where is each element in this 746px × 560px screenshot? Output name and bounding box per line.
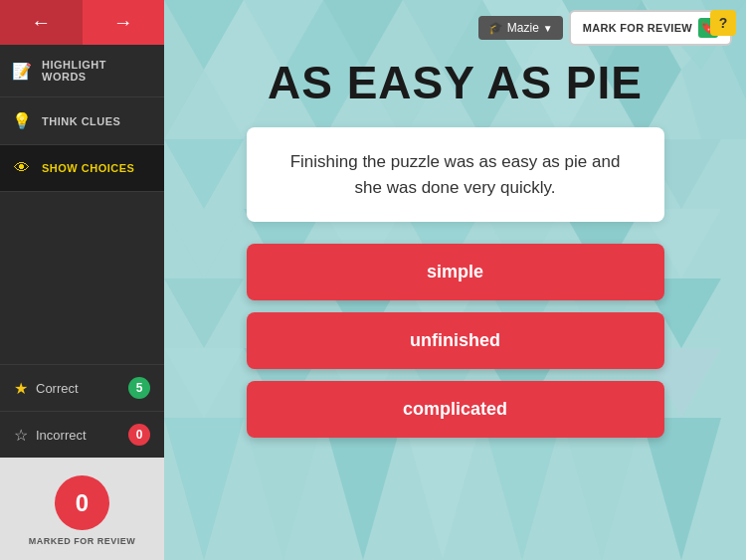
correct-stat: ★ Correct 5: [0, 364, 164, 411]
show-choices-label: SHOW CHOICES: [42, 162, 134, 174]
help-label: ?: [719, 15, 728, 31]
user-name: Mazie: [507, 21, 539, 35]
help-button[interactable]: ?: [710, 10, 736, 36]
mark-review-label: MARK FOR REVIEW: [583, 22, 692, 34]
sidebar-nav: ← →: [0, 0, 164, 45]
main-content: 🎓 Mazie ▼ MARK FOR REVIEW 🔖 ? AS EASY AS…: [164, 0, 746, 560]
question-box: Finishing the puzzle was as easy as pie …: [247, 127, 664, 222]
lightbulb-icon: 💡: [12, 111, 32, 130]
incorrect-count: 0: [128, 424, 150, 446]
sidebar: ← → 📝 HIGHLIGHT WORDS 💡 THINK CLUES 👁 SH…: [0, 0, 164, 560]
review-label: MARKED FOR REVIEW: [29, 536, 136, 546]
think-clues-label: THINK CLUES: [42, 115, 120, 127]
user-icon: 🎓: [488, 21, 503, 35]
content-area: AS EASY AS PIE Finishing the puzzle was …: [164, 46, 746, 560]
choice-complicated[interactable]: complicated: [247, 381, 664, 438]
stats-section: ★ Correct 5 ☆ Incorrect 0: [0, 364, 164, 458]
back-button[interactable]: ←: [0, 0, 83, 45]
review-count: 0: [55, 475, 109, 530]
underline-icon: 📝: [12, 62, 32, 81]
forward-button[interactable]: →: [83, 0, 165, 45]
incorrect-label: Incorrect: [36, 428, 120, 443]
sidebar-item-think-clues[interactable]: 💡 THINK CLUES: [0, 97, 164, 145]
sidebar-item-show-choices[interactable]: 👁 SHOW CHOICES: [0, 145, 164, 192]
user-menu[interactable]: 🎓 Mazie ▼: [478, 16, 563, 40]
mark-review-button[interactable]: MARK FOR REVIEW 🔖: [569, 10, 732, 46]
correct-label: Correct: [36, 381, 120, 396]
highlight-words-label: HIGHLIGHT WORDS: [42, 59, 152, 83]
marked-review-section: 0 MARKED FOR REVIEW: [0, 458, 164, 560]
question-title: AS EASY AS PIE: [268, 56, 643, 109]
eye-icon: 👁: [12, 159, 32, 177]
chevron-down-icon: ▼: [543, 23, 553, 34]
star-icon: ★: [14, 379, 28, 398]
incorrect-stat: ☆ Incorrect 0: [0, 411, 164, 458]
sidebar-item-highlight-words[interactable]: 📝 HIGHLIGHT WORDS: [0, 45, 164, 97]
question-text: Finishing the puzzle was as easy as pie …: [290, 152, 621, 197]
correct-count: 5: [128, 377, 150, 399]
star-outline-icon: ☆: [14, 426, 28, 445]
choice-simple[interactable]: simple: [247, 244, 664, 300]
choice-unfinished[interactable]: unfinished: [247, 312, 664, 369]
